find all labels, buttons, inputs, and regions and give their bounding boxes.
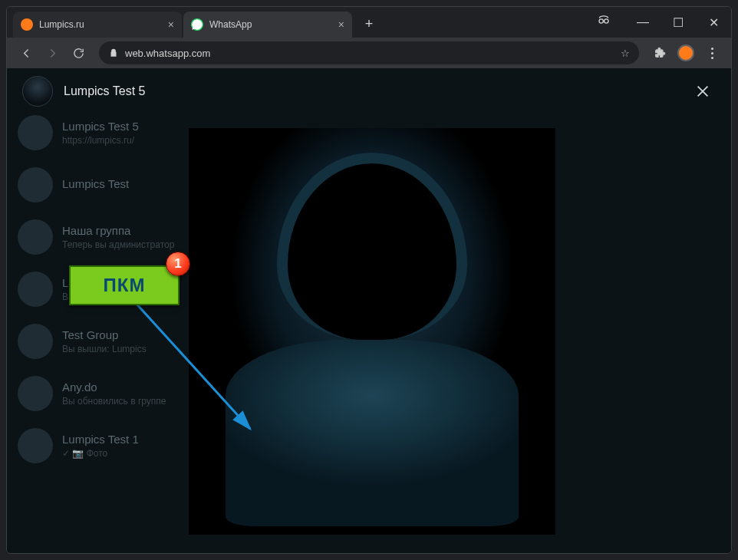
annotation-step-badge: 1	[166, 252, 190, 276]
avatar	[18, 428, 53, 463]
annotation-badge-number: 1	[174, 256, 181, 272]
page-content: Lumpics Test 5https://lumpics.ru/ Lumpic…	[7, 68, 731, 554]
nav-reload-button[interactable]	[67, 41, 90, 64]
chat-subtitle: ✓ 📷 Фото	[62, 448, 139, 459]
profile-photo-large[interactable]	[189, 128, 555, 535]
annotation-label-box: ПКМ	[69, 265, 180, 305]
nav-forward-button[interactable]	[41, 41, 64, 64]
annotation-callout: ПКМ 1	[69, 265, 180, 305]
new-tab-button[interactable]: +	[358, 13, 380, 35]
window-close-button[interactable]: ✕	[696, 7, 731, 38]
avatar	[18, 324, 53, 359]
chat-subtitle: https://lumpics.ru/	[62, 135, 139, 146]
chat-title: Lumpics Test 5	[62, 120, 139, 133]
chat-subtitle: Теперь вы администратор	[62, 239, 174, 250]
chat-title: Lumpics Test 1	[62, 433, 139, 446]
photo-content	[189, 128, 555, 535]
window-controls: — ☐ ✕	[596, 7, 731, 38]
avatar	[18, 115, 53, 150]
tab-favicon-whatsapp	[191, 18, 203, 31]
nav-back-button[interactable]	[15, 41, 38, 64]
avatar	[18, 272, 53, 307]
chat-title: Наша группа	[62, 224, 174, 237]
svg-point-0	[599, 19, 603, 23]
avatar	[18, 219, 53, 255]
browser-menu-button[interactable]	[700, 41, 723, 64]
chat-title: Test Group	[62, 328, 147, 341]
address-text: web.whatsapp.com	[125, 48, 614, 59]
media-viewer-header: Lumpics Test 5	[7, 68, 731, 114]
maximize-icon: ☐	[673, 15, 684, 30]
incognito-icon	[596, 12, 618, 33]
minimize-icon: —	[637, 15, 649, 29]
extensions-button[interactable]	[648, 41, 671, 64]
tab-strip: Lumpics.ru × WhatsApp × + — ☐ ✕	[7, 7, 731, 38]
browser-toolbar: web.whatsapp.com ☆	[7, 38, 731, 68]
close-viewer-button[interactable]	[690, 78, 716, 104]
window-minimize-button[interactable]: —	[625, 7, 661, 38]
lock-icon	[108, 48, 119, 58]
tab-close-icon[interactable]: ×	[168, 18, 174, 31]
tab-lumpics[interactable]: Lumpics.ru ×	[13, 12, 182, 38]
annotation-label: ПКМ	[104, 275, 146, 296]
avatar	[18, 376, 53, 411]
contact-name: Lumpics Test 5	[64, 84, 145, 98]
tab-title: WhatsApp	[209, 19, 252, 30]
chat-title: Lumpics Test	[62, 177, 129, 190]
bookmark-star-icon[interactable]: ☆	[621, 48, 630, 59]
svg-point-1	[605, 19, 608, 23]
contact-avatar[interactable]	[22, 76, 53, 107]
profile-avatar-icon	[677, 44, 694, 61]
avatar	[18, 167, 53, 203]
tab-title: Lumpics.ru	[39, 19, 84, 30]
tab-favicon-orange	[21, 18, 33, 31]
browser-window: Lumpics.ru × WhatsApp × + — ☐ ✕ web.what…	[6, 6, 732, 554]
chat-subtitle: Вы обновились в группе	[62, 396, 166, 407]
tab-whatsapp[interactable]: WhatsApp ×	[183, 12, 352, 38]
chat-title: Any.do	[62, 380, 166, 394]
tab-close-icon[interactable]: ×	[338, 18, 344, 31]
close-icon: ✕	[709, 15, 719, 30]
profile-button[interactable]	[674, 41, 697, 64]
address-bar[interactable]: web.whatsapp.com ☆	[99, 41, 639, 64]
chat-subtitle: Вы вышли: Lumpics	[62, 344, 147, 354]
window-maximize-button[interactable]: ☐	[661, 7, 696, 38]
